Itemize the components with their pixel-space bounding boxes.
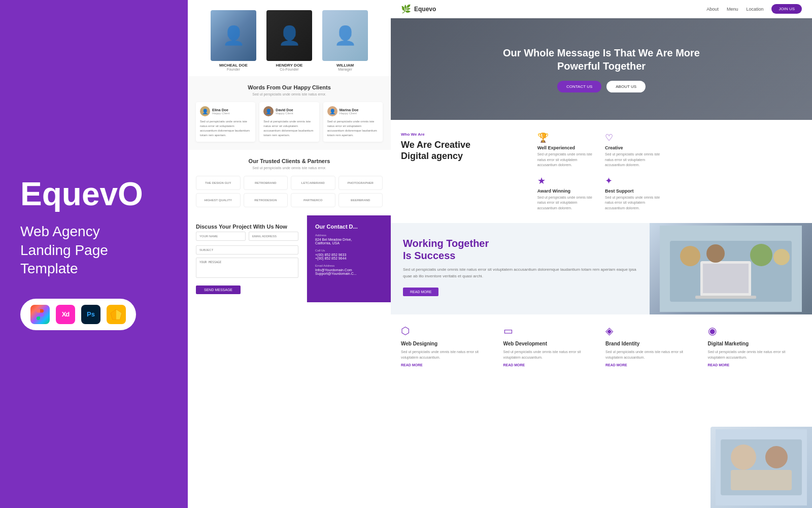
bottom-corner-image xyxy=(710,427,812,508)
team-member-1: 👤 MICHEAL DOE Founder xyxy=(208,10,259,71)
contact-name-input[interactable] xyxy=(196,232,246,241)
creative-icon: ♡ xyxy=(605,132,665,143)
team-avatar-1: 👤 xyxy=(211,10,256,61)
testimonial-author-2: 👤 David Doe Happy Client xyxy=(263,106,315,116)
service-digital-marketing: ◉ Digital Marketing Sed ut perspiciatis … xyxy=(708,325,802,367)
feature-award-winning: ★ Award Winning Sed ut perspiciatis unde… xyxy=(537,175,598,211)
team-role-1: Founder xyxy=(227,68,240,71)
support-icon: ✦ xyxy=(605,175,665,186)
contact-subject-input[interactable] xyxy=(196,245,298,255)
experienced-icon: 🏆 xyxy=(537,132,598,143)
testimonial-card-1: 👤 Elina Doe Happy Client Sed ut perspici… xyxy=(196,102,255,142)
working-text-content: Working TogetherIs Success Sed ut perspi… xyxy=(391,223,650,314)
testimonial-text-3: Sed ut perspiciatis unde omnis iste natu… xyxy=(327,119,379,138)
left-panel: EquevO Web AgencyLanding PageTemplate Xd… xyxy=(0,0,188,508)
web-development-link[interactable]: READ MORE xyxy=(503,363,598,367)
read-more-button[interactable]: READ MORE xyxy=(403,288,438,296)
testimonial-text-2: Sed ut perspiciatis unde omnis iste natu… xyxy=(263,119,315,138)
contact-info: Our Contact D... Address 824 Bel Meadow … xyxy=(307,215,391,302)
web-development-title: Web Development xyxy=(503,341,598,346)
partners-subtitle: Sed ut perspiciatis unde omnis iste natu… xyxy=(196,166,383,170)
svg-point-9 xyxy=(706,244,725,263)
navbar: 🌿 Equevo About Menu Location JOIN US xyxy=(391,0,812,18)
who-we-are-section: Who We Are We Are CreativeDigital agency… xyxy=(391,120,812,223)
brand-identity-icon: ◈ xyxy=(605,325,700,337)
who-title: We Are CreativeDigital agency xyxy=(401,140,524,162)
web-designing-link[interactable]: READ MORE xyxy=(401,363,495,367)
web-designing-icon: ⬡ xyxy=(401,325,495,337)
award-title: Award Winning xyxy=(537,188,598,194)
feature-creative: ♡ Creative Sed ut perspiciatis unde omni… xyxy=(605,132,665,168)
brand-identity-link[interactable]: READ MORE xyxy=(605,363,700,367)
author-role-3: Happy Client xyxy=(340,112,359,115)
send-message-button[interactable]: SEND MESSAGE xyxy=(196,285,241,294)
team-member-2: 👤 HENDRY DOE Co-Founder xyxy=(264,10,315,71)
author-avatar-3: 👤 xyxy=(327,106,337,116)
partner-logo-6: RETRODESIGN xyxy=(244,193,288,207)
digital-marketing-icon: ◉ xyxy=(708,325,802,337)
svg-point-10 xyxy=(750,244,772,266)
team-section: 👤 MICHEAL DOE Founder 👤 HENDRY DOE Co-Fo… xyxy=(188,0,391,76)
brand-title: EquevO xyxy=(20,178,167,210)
partner-logo-8: BEERBRAND xyxy=(339,193,383,207)
spacer xyxy=(673,132,694,211)
nav-about[interactable]: About xyxy=(706,7,719,12)
support-title: Best Support xyxy=(605,188,665,194)
team-name-2: HENDRY DOE xyxy=(276,63,303,68)
svg-rect-7 xyxy=(695,296,756,299)
svg-marker-1 xyxy=(111,309,116,320)
contact-us-button[interactable]: CONTACT US xyxy=(557,81,601,92)
team-avatar-2: 👤 xyxy=(266,10,312,61)
testimonial-author-3: 👤 Marina Doe Happy Client xyxy=(327,106,379,116)
author-name-2: David Doe xyxy=(276,108,293,112)
award-icon: ★ xyxy=(537,175,598,186)
testimonial-card-3: 👤 Marina Doe Happy Client Sed ut perspic… xyxy=(323,102,383,142)
working-description: Sed ut perspiciatis unde omnis iste natu… xyxy=(403,267,637,280)
testimonials-subtitle: Sed ut perspiciatis unde omnis iste natu… xyxy=(196,92,383,96)
team-avatar-3: 👤 xyxy=(322,10,368,61)
about-us-button[interactable]: ABOUT US xyxy=(606,81,646,92)
contact-section: Discuss Your Project With Us Now SEND ME… xyxy=(188,215,391,302)
author-name-3: Marina Doe xyxy=(340,108,359,112)
digital-marketing-link[interactable]: READ MORE xyxy=(708,363,802,367)
author-avatar-2: 👤 xyxy=(263,106,274,116)
svg-point-15 xyxy=(765,446,788,468)
testimonials-section: Words From Our Happy Clients Sed ut pers… xyxy=(188,76,391,150)
template-left-column: 👤 MICHEAL DOE Founder 👤 HENDRY DOE Co-Fo… xyxy=(188,0,391,508)
partner-logo-1: THE DESIGN GUY xyxy=(196,176,241,190)
working-image xyxy=(650,223,812,314)
author-role-2: Happy Client xyxy=(276,112,293,115)
nav-menu[interactable]: Menu xyxy=(727,7,738,12)
call-value: +(00) 852 852 9633+(00) 852 852 9644 xyxy=(315,253,383,260)
brand-subtitle: Web AgencyLanding PageTemplate xyxy=(20,223,167,278)
nav-join-button[interactable]: JOIN US xyxy=(771,4,802,14)
nav-links: About Menu Location JOIN US xyxy=(706,4,802,14)
who-main-content: Who We Are We Are CreativeDigital agency xyxy=(401,132,529,211)
partner-logo-2: RETROBRAND xyxy=(244,176,288,190)
testimonial-card-2: 👤 David Doe Happy Client Sed ut perspici… xyxy=(259,102,319,142)
nav-logo-icon: 🌿 xyxy=(401,4,411,14)
contact-message-input[interactable] xyxy=(196,258,298,278)
template-right-column: 🌿 Equevo About Menu Location JOIN US Our… xyxy=(391,0,812,508)
experienced-title: Well Experienced xyxy=(537,145,598,150)
address-value: 824 Bel Meadow Drive,California, USA xyxy=(315,238,383,245)
nav-location[interactable]: Location xyxy=(746,7,763,12)
creative-text: Sed ut perspiciatis unde omnis iste natu… xyxy=(605,152,665,168)
digital-marketing-title: Digital Marketing xyxy=(708,341,802,346)
contact-email-input[interactable] xyxy=(249,232,298,241)
who-section-label: Who We Are xyxy=(401,132,524,137)
address-label: Address xyxy=(315,234,383,237)
author-avatar-1: 👤 xyxy=(200,106,210,116)
team-role-3: Manager xyxy=(338,68,352,71)
testimonials-title: Words From Our Happy Clients xyxy=(196,84,383,90)
hero-section: Our Whole Message Is That We Are More Po… xyxy=(391,18,812,120)
author-name-1: Elina Doe xyxy=(212,108,229,112)
nav-logo: 🌿 Equevo xyxy=(401,4,436,14)
service-web-development: ▭ Web Development Sed ut perspiciatis un… xyxy=(503,325,598,367)
partners-section: Our Trusted Clients & Partners Sed ut pe… xyxy=(188,150,391,215)
tools-badge: Xd Ps xyxy=(20,299,136,330)
team-member-3: 👤 WILLIAM Manager xyxy=(320,10,370,71)
svg-point-8 xyxy=(680,246,700,266)
team-role-2: Co-Founder xyxy=(280,68,298,71)
svg-rect-16 xyxy=(731,470,792,490)
